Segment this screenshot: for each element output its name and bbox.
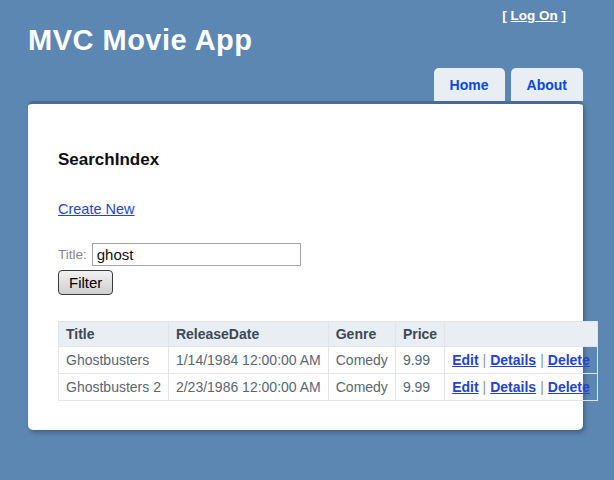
page: [ Log On ] MVC Movie App Home About Sear… bbox=[0, 0, 614, 480]
page-title: SearchIndex bbox=[58, 150, 554, 170]
action-separator: | bbox=[479, 352, 491, 368]
action-separator: | bbox=[479, 379, 491, 395]
row-actions-cell: Edit|Details|Delete bbox=[445, 347, 598, 374]
tab-about[interactable]: About bbox=[511, 68, 583, 101]
login-status: [ Log On ] bbox=[502, 8, 566, 23]
movie-genre-cell: Comedy bbox=[328, 347, 395, 374]
header-row: Title ReleaseDate Genre Price bbox=[59, 322, 598, 347]
create-new-row: Create New bbox=[58, 201, 554, 217]
title-filter-input[interactable] bbox=[92, 243, 301, 266]
column-header-releasedate: ReleaseDate bbox=[168, 322, 328, 347]
column-header-actions bbox=[445, 322, 598, 347]
movies-table: Title ReleaseDate Genre Price Ghostbuste… bbox=[58, 321, 598, 401]
log-on-link[interactable]: Log On bbox=[511, 8, 558, 23]
delete-link[interactable]: Delete bbox=[548, 379, 590, 395]
action-separator: | bbox=[536, 379, 548, 395]
login-bracket-close: ] bbox=[558, 8, 566, 23]
edit-link[interactable]: Edit bbox=[452, 352, 478, 368]
movie-date-cell: 2/23/1986 12:00:00 AM bbox=[168, 374, 328, 401]
movie-price-cell: 9.99 bbox=[395, 374, 444, 401]
table-row: Ghostbusters 1/14/1984 12:00:00 AM Comed… bbox=[59, 347, 598, 374]
movie-title-cell: Ghostbusters 2 bbox=[59, 374, 169, 401]
movie-price-cell: 9.99 bbox=[395, 347, 444, 374]
site-header: [ Log On ] MVC Movie App Home About bbox=[0, 0, 614, 101]
filter-button[interactable]: Filter bbox=[58, 270, 113, 295]
app-title: MVC Movie App bbox=[28, 24, 253, 57]
create-new-link[interactable]: Create New bbox=[58, 201, 135, 217]
tab-home[interactable]: Home bbox=[434, 68, 505, 101]
movies-table-body: Ghostbusters 1/14/1984 12:00:00 AM Comed… bbox=[59, 347, 598, 401]
title-filter-line: Title: bbox=[58, 243, 554, 266]
movie-title-cell: Ghostbusters bbox=[59, 347, 169, 374]
main-content: SearchIndex Create New Title: Filter Tit… bbox=[28, 101, 583, 430]
login-bracket-open: [ bbox=[502, 8, 510, 23]
movie-date-cell: 1/14/1984 12:00:00 AM bbox=[168, 347, 328, 374]
column-header-title: Title bbox=[59, 322, 169, 347]
column-header-price: Price bbox=[395, 322, 444, 347]
movie-genre-cell: Comedy bbox=[328, 374, 395, 401]
edit-link[interactable]: Edit bbox=[452, 379, 478, 395]
movies-table-head: Title ReleaseDate Genre Price bbox=[59, 322, 598, 347]
details-link[interactable]: Details bbox=[490, 379, 536, 395]
details-link[interactable]: Details bbox=[490, 352, 536, 368]
title-filter-label: Title: bbox=[58, 247, 87, 262]
action-separator: | bbox=[536, 352, 548, 368]
delete-link[interactable]: Delete bbox=[548, 352, 590, 368]
table-row: Ghostbusters 2 2/23/1986 12:00:00 AM Com… bbox=[59, 374, 598, 401]
row-actions-cell: Edit|Details|Delete bbox=[445, 374, 598, 401]
main-menu: Home About bbox=[434, 68, 583, 101]
column-header-genre: Genre bbox=[328, 322, 395, 347]
search-filter-form: Title: Filter bbox=[58, 243, 554, 295]
